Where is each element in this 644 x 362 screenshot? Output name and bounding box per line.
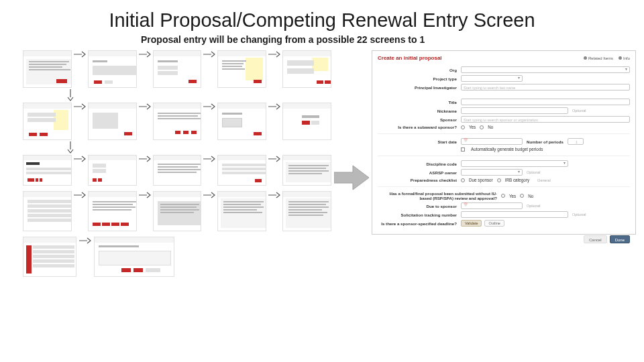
- flow-arrow-icon: [78, 237, 93, 245]
- divider: [378, 133, 630, 134]
- nickname-label: Nickname: [378, 109, 457, 113]
- prep-irb-radio[interactable]: [497, 178, 501, 182]
- flow-down-icon: [66, 141, 75, 154]
- prior-submit-label: Has a formal/final proposal been submitt…: [378, 191, 497, 200]
- prep-due-radio[interactable]: [461, 178, 465, 182]
- project-type-label: Project type: [378, 76, 457, 81]
- start-date-label: Start date: [378, 139, 457, 144]
- info-icon: [619, 56, 622, 60]
- prep-label: Preparedness checklist: [378, 178, 457, 182]
- asrsp-label: ASRSP owner: [378, 170, 457, 175]
- slide-title: Initial Proposal/Competing Renewal Entry…: [0, 0, 644, 34]
- asrsp-select[interactable]: [461, 169, 523, 176]
- sponsor-input[interactable]: Start typing to search sponsor or organi…: [461, 116, 630, 123]
- deadline-label: Is there a sponsor-specified deadline?: [378, 221, 457, 226]
- tracking-label: Solicitation tracking number: [378, 213, 457, 217]
- done-button[interactable]: Done: [610, 235, 630, 243]
- due-sponsor-input[interactable]: [461, 202, 523, 209]
- legacy-screen-1: [23, 50, 72, 88]
- flow-arrow-icon: [203, 191, 216, 199]
- legacy-screen-10: [282, 103, 331, 140]
- flow-arrow-icon: [138, 103, 152, 111]
- legacy-screen-16: [23, 191, 72, 231]
- flow-arrow-icon: [138, 50, 152, 58]
- legacy-screen-20: [282, 191, 331, 231]
- start-date-input[interactable]: [461, 138, 523, 145]
- link-icon: [584, 56, 587, 60]
- auto-budget-checkbox[interactable]: [461, 147, 465, 152]
- info-link[interactable]: Info: [619, 56, 630, 60]
- divider: [378, 156, 630, 156]
- legacy-screens-collage: [23, 50, 331, 277]
- auto-budget-label: Automatically generate budget periods: [471, 147, 543, 152]
- legacy-screen-18: [153, 191, 202, 231]
- title-label: Title: [378, 100, 457, 105]
- subaward-label: Is there a subaward sponsor?: [378, 125, 457, 129]
- flow-arrow-icon: [73, 155, 87, 163]
- org-select[interactable]: [461, 66, 630, 73]
- nickname-input[interactable]: [461, 107, 568, 114]
- prior-no-radio[interactable]: [520, 194, 524, 198]
- flow-arrow-icon: [138, 191, 152, 199]
- legacy-screen-5: [282, 50, 331, 88]
- yes-label: Yes: [469, 125, 476, 129]
- project-type-select[interactable]: [461, 75, 523, 82]
- legacy-screen-4: [217, 50, 266, 88]
- transition-arrow-icon: [334, 164, 369, 191]
- subaward-yes-radio[interactable]: [461, 125, 465, 129]
- flow-arrow-icon: [73, 191, 87, 199]
- legacy-screen-21: [23, 237, 76, 277]
- legacy-screen-14: [217, 155, 266, 186]
- flow-arrow-icon: [268, 155, 281, 163]
- legacy-screen-15: [282, 155, 331, 186]
- legacy-screen-13: [153, 155, 202, 186]
- legacy-screen-3: [153, 50, 202, 88]
- flow-down-icon: [66, 89, 75, 101]
- legacy-screen-11: [23, 155, 72, 186]
- flow-arrow-icon: [268, 103, 281, 111]
- cancel-button[interactable]: Cancel: [584, 235, 607, 243]
- org-label: Org: [378, 68, 457, 72]
- title-input[interactable]: [461, 99, 630, 105]
- divider: [378, 186, 630, 187]
- periods-label: Number of periods: [527, 139, 564, 144]
- legacy-screen-8: [153, 103, 202, 140]
- outline-button[interactable]: Outline: [484, 220, 504, 227]
- flow-arrow-icon: [203, 155, 216, 163]
- related-items-link[interactable]: Related Items: [584, 56, 613, 60]
- legacy-screen-22: [94, 237, 174, 277]
- due-sponsor-hint: Optional: [527, 204, 541, 208]
- due-sponsor-label: Due to sponsor: [378, 204, 457, 208]
- discipline-select[interactable]: [461, 160, 568, 167]
- sponsor-label: Sponsor: [378, 117, 457, 122]
- flow-arrow-icon: [203, 103, 216, 111]
- legacy-screen-2: [88, 50, 137, 88]
- legacy-screen-17: [88, 191, 137, 231]
- form-heading: Create an initial proposal: [378, 55, 442, 61]
- nickname-hint: Optional: [572, 109, 586, 113]
- flow-arrow-icon: [268, 191, 281, 199]
- flow-arrow-icon: [73, 50, 87, 58]
- no-label: No: [488, 125, 493, 129]
- discipline-label: Discipline code: [378, 162, 457, 166]
- flow-arrow-icon: [203, 50, 216, 58]
- svg-marker-0: [334, 166, 369, 190]
- flow-arrow-icon: [268, 50, 281, 58]
- pi-input[interactable]: Start typing to search last name: [461, 84, 630, 90]
- flow-arrow-icon: [73, 103, 87, 111]
- asrsp-hint: Optional: [527, 170, 541, 174]
- pi-label: Principal Investigator: [378, 85, 457, 90]
- legacy-screen-6: [23, 103, 72, 140]
- flow-arrow-icon: [138, 155, 152, 163]
- legacy-screen-9: [217, 103, 266, 140]
- legacy-screen-19: [217, 191, 266, 231]
- validate-button[interactable]: Validate: [461, 220, 482, 227]
- legacy-screen-12: [88, 155, 137, 186]
- slide-subtitle: Proposal entry will be changing from a p…: [0, 34, 644, 50]
- new-proposal-form: Create an initial proposal Related Items…: [372, 50, 636, 235]
- tracking-hint: Optional: [572, 213, 586, 217]
- prior-yes-radio[interactable]: [501, 194, 505, 198]
- tracking-input[interactable]: [461, 211, 568, 218]
- subaward-no-radio[interactable]: [480, 125, 484, 129]
- periods-input[interactable]: 1: [568, 138, 584, 145]
